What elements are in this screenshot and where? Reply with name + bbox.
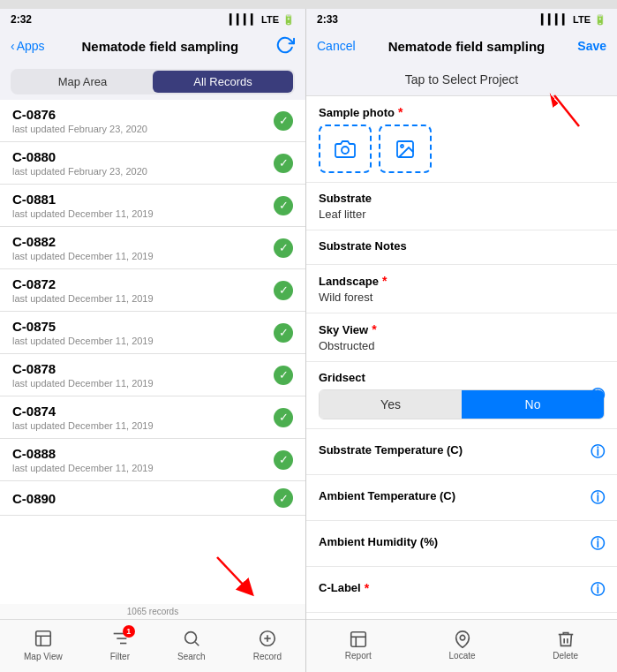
form-field-sky-view: Sky View * Obstructed xyxy=(306,313,617,362)
status-time-left: 2:32 xyxy=(11,13,32,26)
record-id: C-0872 xyxy=(12,276,154,291)
tab-label: Map View xyxy=(24,652,63,661)
save-button[interactable]: Save xyxy=(577,39,606,53)
form-field-substrate-temperature-(c)[interactable]: Substrate Temperature (C) ⓘ xyxy=(306,429,617,475)
required-star: * xyxy=(365,576,369,600)
form-field-ambient-humidity-(%)[interactable]: Ambient Humidity (%) ⓘ xyxy=(306,521,617,567)
bottom-tab-record[interactable]: Record xyxy=(253,629,282,661)
camera-button[interactable] xyxy=(319,125,372,173)
svg-point-17 xyxy=(460,635,465,640)
field-label: Ambient Humidity (%) ⓘ xyxy=(319,530,605,555)
info-icon[interactable]: ⓘ xyxy=(591,386,605,404)
record-info: C-0882 last updated December 11, 2019 xyxy=(12,234,154,261)
form-field-gridsect[interactable]: Gridsect ⓘ Yes No xyxy=(306,362,617,429)
list-item[interactable]: C-0874 last updated December 11, 2019 ✓ xyxy=(0,396,305,439)
list-item[interactable]: C-0878 last updated December 11, 2019 ✓ xyxy=(0,354,305,396)
records-count: 1065 records xyxy=(0,604,305,619)
filter-badge: 1 xyxy=(123,625,135,638)
cancel-button[interactable]: Cancel xyxy=(317,39,356,53)
info-icon[interactable]: ⓘ xyxy=(591,578,605,602)
svg-rect-16 xyxy=(351,632,366,647)
record-id: C-0876 xyxy=(12,107,147,122)
segment-map-area[interactable]: Map Area xyxy=(12,71,153,93)
right-panel: 2:33 ▎▎▎▎ LTE 🔋 Cancel Nematode field sa… xyxy=(306,9,617,672)
record-date: last updated December 11, 2019 xyxy=(12,378,154,389)
field-value: Wild forest xyxy=(319,291,605,304)
refresh-button[interactable] xyxy=(275,35,295,57)
photo-area xyxy=(319,125,605,173)
form-field-c-label[interactable]: C-Label * ⓘ xyxy=(306,567,617,613)
record-list: C-0876 last updated February 23, 2020 ✓ … xyxy=(0,100,305,604)
nav-title-left: Nematode field sampling xyxy=(45,39,275,54)
info-icon[interactable]: ⓘ xyxy=(591,440,605,464)
list-item[interactable]: C-0880 last updated February 23, 2020 ✓ xyxy=(0,142,305,185)
segment-control: Map Area All Records xyxy=(11,69,295,94)
list-item[interactable]: C-0872 last updated December 11, 2019 ✓ xyxy=(0,269,305,312)
segment-all-records[interactable]: All Records xyxy=(153,71,293,93)
check-icon: ✓ xyxy=(274,154,293,173)
record-id: C-0875 xyxy=(12,319,154,334)
field-label: C-Label * ⓘ xyxy=(319,576,605,600)
icon-container xyxy=(34,629,53,650)
list-item[interactable]: C-0888 last updated December 11, 2019 ✓ xyxy=(0,439,305,481)
list-item[interactable]: C-0876 last updated February 23, 2020 ✓ xyxy=(0,100,305,142)
right-tab-report[interactable]: Report xyxy=(345,630,372,661)
form-field-ambient-temperature-(c)[interactable]: Ambient Temperature (C) ⓘ xyxy=(306,475,617,521)
tab-label: Delete xyxy=(553,651,578,661)
right-tab-delete[interactable]: Delete xyxy=(553,630,578,661)
back-button[interactable]: ‹ Apps xyxy=(11,39,45,53)
field-label: Substrate Temperature (C) ⓘ xyxy=(319,438,605,463)
record-date: last updated December 11, 2019 xyxy=(12,420,154,431)
list-item[interactable]: C-0875 last updated December 11, 2019 ✓ xyxy=(0,312,305,354)
arrow-annotation-right xyxy=(544,87,592,131)
status-bar-right: 2:33 ▎▎▎▎ LTE 🔋 xyxy=(306,9,617,28)
info-icon[interactable]: ⓘ xyxy=(591,486,605,510)
list-item[interactable]: C-0882 last updated December 11, 2019 ✓ xyxy=(0,227,305,269)
gallery-button[interactable] xyxy=(379,125,432,173)
bottom-tab-map-view[interactable]: Map View xyxy=(24,629,63,661)
record-info: C-0888 last updated December 11, 2019 xyxy=(12,446,154,473)
check-icon: ✓ xyxy=(274,281,293,300)
lte-label: LTE xyxy=(261,14,279,25)
tab-label: Record xyxy=(253,652,282,661)
arrow-annotation-left xyxy=(213,553,257,597)
check-icon: ✓ xyxy=(274,408,293,427)
list-item[interactable]: C-0890 ✓ xyxy=(0,481,305,516)
nav-bar-right: Cancel Nematode field sampling Save xyxy=(306,28,617,64)
icon-container xyxy=(182,629,201,650)
battery-icon: 🔋 xyxy=(282,14,295,26)
refresh-icon xyxy=(275,35,295,55)
required-star: * xyxy=(398,105,403,119)
record-date: last updated December 11, 2019 xyxy=(12,293,154,304)
signal-icon: ▎▎▎▎ xyxy=(229,14,258,26)
record-id: C-0874 xyxy=(12,404,154,419)
record-info: C-0874 last updated December 11, 2019 xyxy=(12,404,154,431)
nav-bar-left: ‹ Apps Nematode field sampling xyxy=(0,28,305,64)
check-icon: ✓ xyxy=(274,238,293,258)
record-info: C-0876 last updated February 23, 2020 xyxy=(12,107,147,134)
required-star: * xyxy=(382,274,387,288)
left-panel: 2:32 ▎▎▎▎ LTE 🔋 ‹ Apps Nematode field sa… xyxy=(0,9,306,672)
record-date: last updated December 11, 2019 xyxy=(12,336,154,346)
check-icon: ✓ xyxy=(274,366,293,385)
info-icon[interactable]: ⓘ xyxy=(591,532,605,556)
field-label: Landscape * xyxy=(319,274,605,288)
record-id: C-0882 xyxy=(12,234,154,249)
bottom-tab-filter[interactable]: 1 Filter xyxy=(110,629,130,661)
svg-point-15 xyxy=(401,145,403,147)
record-date: last updated February 23, 2020 xyxy=(12,166,147,177)
bottom-tab-search[interactable]: Search xyxy=(177,629,206,661)
record-info: C-0872 last updated December 11, 2019 xyxy=(12,276,154,304)
record-date: last updated February 23, 2020 xyxy=(12,124,147,134)
no-button[interactable]: No xyxy=(462,390,604,419)
list-item[interactable]: C-0881 last updated December 11, 2019 ✓ xyxy=(0,185,305,227)
yes-no-toggle: Yes No xyxy=(319,389,605,419)
record-info: C-0878 last updated December 11, 2019 xyxy=(12,361,154,389)
yes-button[interactable]: Yes xyxy=(320,390,462,419)
right-tab-locate[interactable]: Locate xyxy=(449,630,476,661)
record-info: C-0890 xyxy=(12,491,56,506)
field-label: Substrate Notes xyxy=(319,239,605,253)
check-icon: ✓ xyxy=(274,450,293,470)
status-time-right: 2:33 xyxy=(317,13,338,26)
record-date: last updated December 11, 2019 xyxy=(12,463,154,473)
